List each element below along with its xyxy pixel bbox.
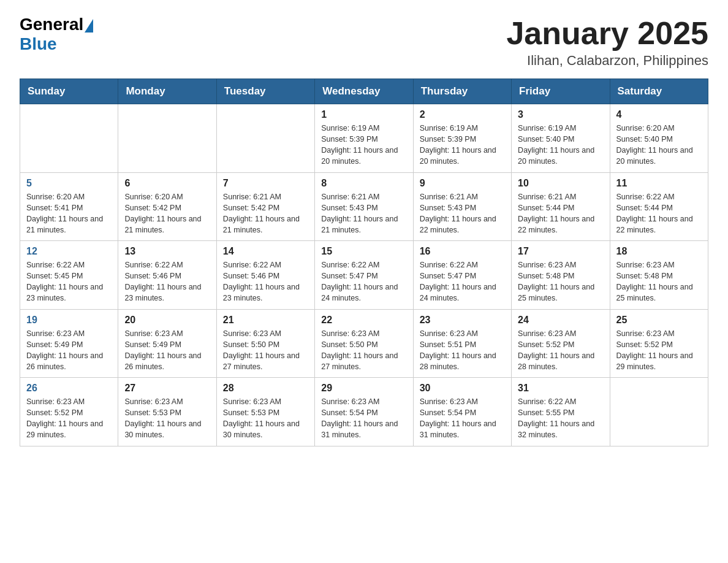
calendar-title: January 2025 <box>506 15 708 52</box>
calendar-day-cell: 13Sunrise: 6:22 AM Sunset: 5:46 PM Dayli… <box>118 241 216 310</box>
calendar-body: 1Sunrise: 6:19 AM Sunset: 5:39 PM Daylig… <box>20 104 708 446</box>
day-number: 3 <box>518 109 603 120</box>
day-info: Sunrise: 6:23 AM Sunset: 5:53 PM Dayligh… <box>124 396 210 441</box>
calendar-day-cell: 29Sunrise: 6:23 AM Sunset: 5:54 PM Dayli… <box>315 378 413 446</box>
day-info: Sunrise: 6:22 AM Sunset: 5:46 PM Dayligh… <box>124 259 210 304</box>
calendar-day-cell: 12Sunrise: 6:22 AM Sunset: 5:45 PM Dayli… <box>20 241 118 310</box>
day-info: Sunrise: 6:19 AM Sunset: 5:40 PM Dayligh… <box>518 123 603 167</box>
day-info: Sunrise: 6:23 AM Sunset: 5:48 PM Dayligh… <box>616 259 702 304</box>
day-number: 16 <box>420 246 505 257</box>
calendar-subtitle: Ilihan, Calabarzon, Philippines <box>506 53 708 69</box>
days-of-week-row: SundayMondayTuesdayWednesdayThursdayFrid… <box>20 79 708 104</box>
day-of-week-header: Saturday <box>610 79 708 104</box>
day-number: 4 <box>616 109 702 120</box>
day-number: 1 <box>321 109 406 120</box>
day-info: Sunrise: 6:21 AM Sunset: 5:43 PM Dayligh… <box>420 191 505 236</box>
day-of-week-header: Thursday <box>413 79 511 104</box>
calendar-day-cell: 26Sunrise: 6:23 AM Sunset: 5:52 PM Dayli… <box>20 378 118 446</box>
day-number: 10 <box>518 178 603 189</box>
day-number: 5 <box>26 178 112 189</box>
day-number: 21 <box>223 315 308 326</box>
day-number: 22 <box>321 315 406 326</box>
day-info: Sunrise: 6:20 AM Sunset: 5:40 PM Dayligh… <box>616 123 702 167</box>
calendar-day-cell: 28Sunrise: 6:23 AM Sunset: 5:53 PM Dayli… <box>216 378 314 446</box>
day-info: Sunrise: 6:23 AM Sunset: 5:48 PM Dayligh… <box>518 259 603 304</box>
day-number: 6 <box>124 178 210 189</box>
calendar-day-cell: 3Sunrise: 6:19 AM Sunset: 5:40 PM Daylig… <box>512 104 610 173</box>
calendar-week-row: 26Sunrise: 6:23 AM Sunset: 5:52 PM Dayli… <box>20 378 708 446</box>
day-number: 17 <box>518 246 603 257</box>
day-number: 13 <box>124 246 210 257</box>
day-of-week-header: Wednesday <box>315 79 413 104</box>
day-of-week-header: Sunday <box>20 79 118 104</box>
day-number: 9 <box>420 178 505 189</box>
day-of-week-header: Tuesday <box>216 79 314 104</box>
logo-blue-text: Blue <box>20 34 57 53</box>
calendar-day-cell <box>20 104 118 173</box>
calendar-day-cell: 4Sunrise: 6:20 AM Sunset: 5:40 PM Daylig… <box>610 104 708 173</box>
day-info: Sunrise: 6:23 AM Sunset: 5:52 PM Dayligh… <box>518 328 603 373</box>
day-number: 28 <box>223 383 308 394</box>
day-number: 25 <box>616 315 702 326</box>
day-of-week-header: Friday <box>512 79 610 104</box>
day-info: Sunrise: 6:21 AM Sunset: 5:43 PM Dayligh… <box>321 191 406 236</box>
day-info: Sunrise: 6:22 AM Sunset: 5:44 PM Dayligh… <box>616 191 702 236</box>
calendar-day-cell: 14Sunrise: 6:22 AM Sunset: 5:46 PM Dayli… <box>216 241 314 310</box>
calendar-day-cell: 2Sunrise: 6:19 AM Sunset: 5:39 PM Daylig… <box>413 104 511 173</box>
calendar-day-cell: 30Sunrise: 6:23 AM Sunset: 5:54 PM Dayli… <box>413 378 511 446</box>
day-info: Sunrise: 6:20 AM Sunset: 5:42 PM Dayligh… <box>124 191 210 236</box>
day-info: Sunrise: 6:23 AM Sunset: 5:54 PM Dayligh… <box>321 396 406 441</box>
day-info: Sunrise: 6:22 AM Sunset: 5:55 PM Dayligh… <box>518 396 603 441</box>
day-info: Sunrise: 6:21 AM Sunset: 5:44 PM Dayligh… <box>518 191 603 236</box>
day-number: 11 <box>616 178 702 189</box>
day-number: 12 <box>26 246 112 257</box>
day-number: 30 <box>420 383 505 394</box>
calendar-day-cell: 7Sunrise: 6:21 AM Sunset: 5:42 PM Daylig… <box>216 172 314 241</box>
calendar-day-cell: 25Sunrise: 6:23 AM Sunset: 5:52 PM Dayli… <box>610 309 708 378</box>
calendar-week-row: 19Sunrise: 6:23 AM Sunset: 5:49 PM Dayli… <box>20 309 708 378</box>
day-number: 29 <box>321 383 406 394</box>
calendar-day-cell: 23Sunrise: 6:23 AM Sunset: 5:51 PM Dayli… <box>413 309 511 378</box>
day-info: Sunrise: 6:23 AM Sunset: 5:54 PM Dayligh… <box>420 396 505 441</box>
calendar-week-row: 12Sunrise: 6:22 AM Sunset: 5:45 PM Dayli… <box>20 241 708 310</box>
calendar-week-row: 5Sunrise: 6:20 AM Sunset: 5:41 PM Daylig… <box>20 172 708 241</box>
calendar-day-cell: 31Sunrise: 6:22 AM Sunset: 5:55 PM Dayli… <box>512 378 610 446</box>
day-info: Sunrise: 6:23 AM Sunset: 5:53 PM Dayligh… <box>223 396 308 441</box>
day-number: 14 <box>223 246 308 257</box>
logo-general-text: General <box>20 15 83 34</box>
calendar-day-cell <box>118 104 216 173</box>
calendar-day-cell: 15Sunrise: 6:22 AM Sunset: 5:47 PM Dayli… <box>315 241 413 310</box>
calendar-day-cell: 8Sunrise: 6:21 AM Sunset: 5:43 PM Daylig… <box>315 172 413 241</box>
day-number: 18 <box>616 246 702 257</box>
title-block: January 2025 Ilihan, Calabarzon, Philipp… <box>506 15 708 69</box>
day-number: 26 <box>26 383 112 394</box>
calendar-header: SundayMondayTuesdayWednesdayThursdayFrid… <box>20 79 708 104</box>
calendar-day-cell: 21Sunrise: 6:23 AM Sunset: 5:50 PM Dayli… <box>216 309 314 378</box>
calendar-table: SundayMondayTuesdayWednesdayThursdayFrid… <box>20 79 708 446</box>
day-info: Sunrise: 6:23 AM Sunset: 5:50 PM Dayligh… <box>321 328 406 373</box>
day-info: Sunrise: 6:22 AM Sunset: 5:47 PM Dayligh… <box>420 259 505 304</box>
calendar-day-cell: 18Sunrise: 6:23 AM Sunset: 5:48 PM Dayli… <box>610 241 708 310</box>
day-number: 31 <box>518 383 603 394</box>
day-info: Sunrise: 6:23 AM Sunset: 5:49 PM Dayligh… <box>124 328 210 373</box>
day-info: Sunrise: 6:23 AM Sunset: 5:52 PM Dayligh… <box>616 328 702 373</box>
day-of-week-header: Monday <box>118 79 216 104</box>
calendar-day-cell <box>216 104 314 173</box>
day-info: Sunrise: 6:19 AM Sunset: 5:39 PM Dayligh… <box>420 123 505 167</box>
day-number: 8 <box>321 178 406 189</box>
day-info: Sunrise: 6:23 AM Sunset: 5:52 PM Dayligh… <box>26 396 112 441</box>
calendar-day-cell <box>610 378 708 446</box>
calendar-day-cell: 1Sunrise: 6:19 AM Sunset: 5:39 PM Daylig… <box>315 104 413 173</box>
day-info: Sunrise: 6:20 AM Sunset: 5:41 PM Dayligh… <box>26 191 112 236</box>
day-number: 15 <box>321 246 406 257</box>
day-info: Sunrise: 6:23 AM Sunset: 5:49 PM Dayligh… <box>26 328 112 373</box>
logo: General Blue <box>20 15 93 54</box>
page-header: General Blue January 2025 Ilihan, Calaba… <box>20 15 708 69</box>
calendar-day-cell: 11Sunrise: 6:22 AM Sunset: 5:44 PM Dayli… <box>610 172 708 241</box>
calendar-day-cell: 20Sunrise: 6:23 AM Sunset: 5:49 PM Dayli… <box>118 309 216 378</box>
calendar-day-cell: 16Sunrise: 6:22 AM Sunset: 5:47 PM Dayli… <box>413 241 511 310</box>
calendar-day-cell: 22Sunrise: 6:23 AM Sunset: 5:50 PM Dayli… <box>315 309 413 378</box>
day-info: Sunrise: 6:22 AM Sunset: 5:47 PM Dayligh… <box>321 259 406 304</box>
day-number: 23 <box>420 315 505 326</box>
day-info: Sunrise: 6:19 AM Sunset: 5:39 PM Dayligh… <box>321 123 406 167</box>
